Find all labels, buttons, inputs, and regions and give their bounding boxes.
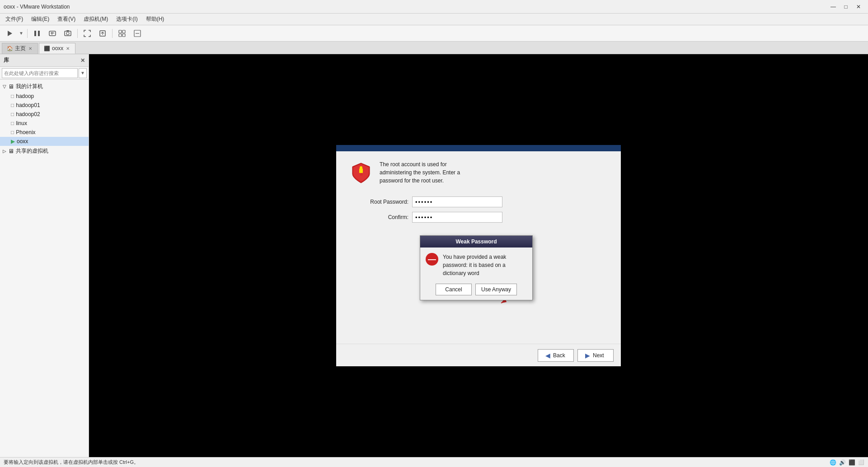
svg-rect-13 xyxy=(119,34,122,37)
vm-icon: □ xyxy=(11,111,14,117)
error-icon: — xyxy=(426,253,438,266)
svg-rect-14 xyxy=(122,34,125,37)
use-anyway-button[interactable]: Use Anyway xyxy=(475,284,517,295)
sound-status-icon: 🔊 xyxy=(839,459,846,466)
menu-help[interactable]: 帮助(H) xyxy=(142,14,168,24)
sidebar-item-shared-vms[interactable]: ▷ 🖥 共享的虚拟机 xyxy=(0,146,89,156)
root-password-label: Root Password: xyxy=(359,199,408,205)
cancel-button[interactable]: Cancel xyxy=(436,284,472,295)
main-layout: 库 ✕ ▼ ▽ 🖥 我的计算机 □ hadoop □ hadoop01 xyxy=(0,54,868,457)
sidebar-item-hadoop02[interactable]: □ hadoop02 xyxy=(0,110,89,119)
content-area[interactable]: ☆ The root account is used for administe… xyxy=(89,54,868,457)
tab-home-close[interactable]: ✕ xyxy=(28,46,33,51)
expand-icon: ▽ xyxy=(3,84,6,89)
expand-icon: ▷ xyxy=(3,149,6,154)
send-ctrl-alt-del-button[interactable] xyxy=(46,27,59,40)
confirm-password-row: Confirm: xyxy=(359,212,607,223)
fit-screen-button[interactable] xyxy=(96,27,109,40)
sidebar-item-hadoop01[interactable]: □ hadoop01 xyxy=(0,101,89,110)
svg-rect-12 xyxy=(122,30,125,33)
shared-vms-icon: 🖥 xyxy=(8,148,14,154)
tab-home[interactable]: 🏠 主页 ✕ xyxy=(2,43,38,54)
menu-view[interactable]: 查看(V) xyxy=(54,14,79,24)
close-button[interactable]: ✕ xyxy=(853,2,864,11)
vm-icon: □ xyxy=(11,129,14,135)
sidebar-item-my-computers[interactable]: ▽ 🖥 我的计算机 xyxy=(0,81,89,92)
root-password-input[interactable] xyxy=(412,196,502,207)
installer-top-bar xyxy=(336,145,621,151)
sidebar-item-ooxx[interactable]: ▶ ooxx xyxy=(0,137,89,146)
svg-text:☆: ☆ xyxy=(360,173,363,177)
dialog-buttons: Cancel Use Anyway xyxy=(420,281,532,300)
tab-ooxx-close[interactable]: ✕ xyxy=(65,46,70,51)
sidebar-search-bar: ▼ xyxy=(0,67,89,79)
installer-footer: ◀ Back ▶ Next xyxy=(336,344,621,366)
sidebar-close-button[interactable]: ✕ xyxy=(80,57,85,64)
menu-edit[interactable]: 编辑(E) xyxy=(28,14,53,24)
toolbar-separator-1 xyxy=(27,29,28,38)
network-status-icon: 🌐 xyxy=(830,459,836,466)
usb-status-icon: ⬛ xyxy=(849,459,855,466)
confirm-label: Confirm: xyxy=(359,214,408,220)
vm-icon: □ xyxy=(11,93,14,99)
sidebar-item-hadoop[interactable]: □ hadoop xyxy=(0,92,89,101)
sidebar-search-input[interactable] xyxy=(2,68,78,78)
power-dropdown-arrow[interactable]: ▼ xyxy=(18,30,24,37)
vm-screen[interactable]: ☆ The root account is used for administe… xyxy=(336,145,621,366)
toolbar-separator-2 xyxy=(77,29,78,38)
sidebar-search-dropdown[interactable]: ▼ xyxy=(79,68,87,78)
sidebar-header: 库 ✕ xyxy=(0,54,89,67)
next-arrow-icon: ▶ xyxy=(585,352,590,359)
vm-active-icon: ▶ xyxy=(11,138,15,145)
menu-file[interactable]: 文件(F) xyxy=(2,14,27,24)
svg-rect-8 xyxy=(66,30,69,32)
restore-button[interactable]: □ xyxy=(840,2,852,11)
unity-button[interactable] xyxy=(115,27,129,40)
toolbar-separator-3 xyxy=(112,29,113,38)
title-bar: ooxx - VMware Workstation — □ ✕ xyxy=(0,0,868,14)
sidebar: 库 ✕ ▼ ▽ 🖥 我的计算机 □ hadoop □ hadoop01 xyxy=(0,54,89,457)
status-bar: 要将输入定向到该虚拟机，请在虚拟机内部单击或按 Ctrl+G。 🌐 🔊 ⬛ ⬜ xyxy=(0,457,868,467)
stretch-button[interactable] xyxy=(131,27,144,40)
installer-body: ☆ The root account is used for administe… xyxy=(336,151,621,344)
weak-password-dialog: Weak Password — You have provided a weak… xyxy=(420,235,533,300)
power-menu-button[interactable] xyxy=(3,27,16,40)
pause-button[interactable] xyxy=(30,27,44,40)
fullscreen-button[interactable] xyxy=(80,27,94,40)
shield-icon: ☆ xyxy=(352,162,371,184)
svg-rect-3 xyxy=(49,31,56,36)
svg-rect-2 xyxy=(38,31,40,36)
menu-tabs[interactable]: 选项卡(I) xyxy=(113,14,141,24)
sidebar-item-linux[interactable]: □ linux xyxy=(0,119,89,128)
dialog-message: You have provided a weak password: it is… xyxy=(443,253,527,277)
back-button[interactable]: ◀ Back xyxy=(538,349,574,362)
confirm-password-input[interactable] xyxy=(412,212,502,223)
svg-rect-11 xyxy=(119,30,122,33)
root-password-row: Root Password: xyxy=(359,196,607,207)
toolbar: ▼ xyxy=(0,25,868,42)
back-arrow-icon: ◀ xyxy=(545,352,550,359)
computer-icon: 🖥 xyxy=(8,83,14,90)
minimize-button[interactable]: — xyxy=(827,2,839,11)
dialog-icon-wrap: — xyxy=(426,253,438,266)
next-button[interactable]: ▶ Next xyxy=(577,349,614,362)
menu-vm[interactable]: 虚拟机(M) xyxy=(80,14,112,24)
svg-point-18 xyxy=(360,166,362,169)
sidebar-tree: ▽ 🖥 我的计算机 □ hadoop □ hadoop01 □ hadoop02… xyxy=(0,79,89,457)
snapshot-button[interactable] xyxy=(61,27,75,40)
status-message: 要将输入定向到该虚拟机，请在虚拟机内部单击或按 Ctrl+G。 xyxy=(4,459,139,466)
shield-icon-wrap: ☆ xyxy=(350,160,372,187)
dialog-body: — You have provided a weak password: it … xyxy=(420,248,532,281)
tab-bar: 🏠 主页 ✕ ⬛ ooxx ✕ xyxy=(0,42,868,54)
status-right-icons: 🌐 🔊 ⬛ ⬜ xyxy=(830,459,864,466)
window-controls: — □ ✕ xyxy=(827,2,864,11)
vm-icon: □ xyxy=(11,120,14,126)
svg-marker-0 xyxy=(8,31,12,36)
root-account-description: The root account is used for administeri… xyxy=(380,160,479,185)
dialog-title-bar: Weak Password xyxy=(420,236,532,248)
vm-icon: □ xyxy=(11,102,14,108)
tab-ooxx[interactable]: ⬛ ooxx ✕ xyxy=(39,43,75,54)
root-password-section: ☆ The root account is used for administe… xyxy=(350,160,607,187)
sidebar-item-phoenix[interactable]: □ Phoenix xyxy=(0,128,89,137)
screen-size-status: ⬜ xyxy=(858,459,864,465)
